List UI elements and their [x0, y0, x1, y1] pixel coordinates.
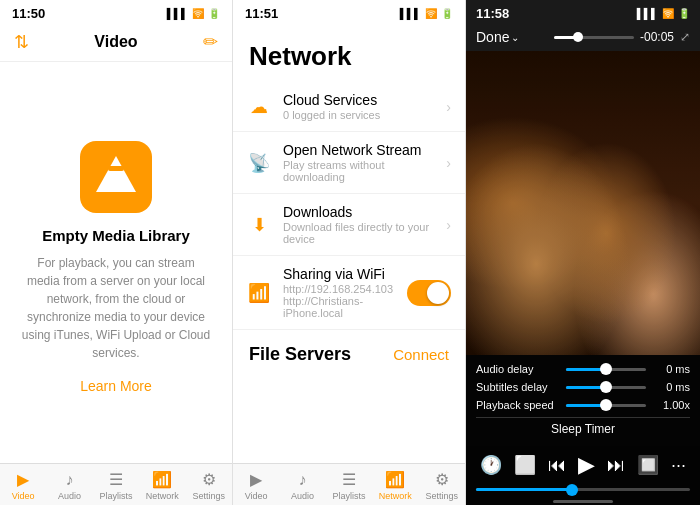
file-servers-row: File Servers Connect [233, 330, 465, 373]
done-button[interactable]: Done ⌄ [476, 29, 519, 45]
status-time-1: 11:50 [12, 6, 45, 21]
subtitles-delay-slider[interactable] [566, 386, 646, 389]
playback-speed-value: 1.00x [654, 399, 690, 411]
tab-video-2[interactable]: ▶ Video [237, 470, 275, 501]
open-network-item[interactable]: 📡 Open Network Stream Play streams witho… [233, 132, 465, 194]
downloads-sublabel: Download files directly to your device [283, 221, 434, 245]
tab-network-label-2: Network [379, 491, 412, 501]
video-tab-icon-2: ▶ [250, 470, 262, 489]
tab-network-1[interactable]: 📶 Network [143, 470, 181, 501]
download-icon: ⬇ [247, 214, 271, 236]
tab-audio-2[interactable]: ♪ Audio [284, 471, 322, 501]
edit-icon[interactable]: ✏ [203, 31, 218, 53]
tab-network-2[interactable]: 📶 Network [376, 470, 414, 501]
cloud-services-sublabel: 0 logged in services [283, 109, 434, 121]
skip-forward-button[interactable]: ⏭ [607, 455, 625, 476]
player-timer: -00:05 [640, 30, 674, 44]
tab-audio-1[interactable]: ♪ Audio [51, 471, 89, 501]
network-tab-icon-2: 📶 [385, 470, 405, 489]
aspect-ratio-icon[interactable]: ⬜ [514, 454, 536, 476]
timer-icon[interactable]: 🕐 [480, 454, 502, 476]
done-label: Done [476, 29, 509, 45]
cloud-icon: ☁ [247, 96, 271, 118]
battery-icon-2: 🔋 [441, 8, 453, 19]
audio-delay-label: Audio delay [476, 363, 558, 375]
progress-bar-area[interactable] [466, 484, 700, 497]
connect-button[interactable]: Connect [393, 346, 449, 363]
tab-settings-label-2: Settings [425, 491, 458, 501]
empty-state: Empty Media Library For playback, you ca… [0, 62, 232, 463]
fullscreen-icon[interactable]: ⤢ [680, 30, 690, 44]
more-options-icon[interactable]: ··· [671, 455, 686, 476]
sort-icon[interactable]: ⇅ [14, 31, 29, 53]
playback-controls: 🕐 ⬜ ⏮ ▶ ⏭ 🔲 ··· [466, 446, 700, 484]
progress-track[interactable] [476, 488, 690, 491]
status-icons-2: ▌▌▌ 🛜 🔋 [400, 8, 453, 19]
playback-speed-row: Playback speed 1.00x [476, 399, 690, 411]
audio-tab-icon-2: ♪ [299, 471, 307, 489]
audio-delay-value: 0 ms [654, 363, 690, 375]
subtitle-icon[interactable]: 🔲 [637, 454, 659, 476]
downloads-label: Downloads [283, 204, 434, 220]
sharing-wifi-sublabel: http://192.168.254.103http://Christians-… [283, 283, 395, 319]
tab-audio-label-2: Audio [291, 491, 314, 501]
playback-speed-label: Playback speed [476, 399, 558, 411]
controls-overlay: Audio delay 0 ms Subtitles delay 0 ms Pl… [466, 355, 700, 446]
skip-back-button[interactable]: ⏮ [548, 455, 566, 476]
tab-playlists-label-1: Playlists [99, 491, 132, 501]
video-panel: 11:50 ▌▌▌ 🛜 🔋 ⇅ Video ✏ Empty Media Libr… [0, 0, 233, 505]
stream-icon: 📡 [247, 152, 271, 174]
learn-more-link[interactable]: Learn More [80, 378, 152, 394]
downloads-item[interactable]: ⬇ Downloads Download files directly to y… [233, 194, 465, 256]
cloud-services-item[interactable]: ☁ Cloud Services 0 logged in services › [233, 82, 465, 132]
playback-speed-thumb [600, 399, 612, 411]
subtitles-delay-label: Subtitles delay [476, 381, 558, 393]
network-section-title: Network [233, 37, 465, 82]
sharing-wifi-text: Sharing via WiFi http://192.168.254.103h… [283, 266, 395, 319]
tab-video-1[interactable]: ▶ Video [4, 470, 42, 501]
tab-video-label-2: Video [245, 491, 268, 501]
chevron-icon-stream: › [446, 155, 451, 171]
playback-speed-slider[interactable] [566, 404, 646, 407]
home-indicator [466, 497, 700, 505]
sleep-timer-label: Sleep Timer [476, 417, 690, 442]
settings-tab-icon: ⚙ [202, 470, 216, 489]
panel1-title: Video [94, 33, 137, 51]
tab-settings-1[interactable]: ⚙ Settings [190, 470, 228, 501]
wifi-icon-3: 🛜 [662, 8, 674, 19]
tab-audio-label-1: Audio [58, 491, 81, 501]
tab-playlists-1[interactable]: ☰ Playlists [97, 470, 135, 501]
battery-icon-3: 🔋 [678, 8, 690, 19]
tab-network-label-1: Network [146, 491, 179, 501]
chevron-icon-cloud: › [446, 99, 451, 115]
audio-tab-icon: ♪ [66, 471, 74, 489]
wifi-icon-2: 🛜 [425, 8, 437, 19]
play-button[interactable]: ▶ [578, 452, 595, 478]
status-bar-3: 11:58 ▌▌▌ 🛜 🔋 [466, 0, 700, 25]
sharing-wifi-label: Sharing via WiFi [283, 266, 395, 282]
network-panel: 11:51 ▌▌▌ 🛜 🔋 Network ☁ Cloud Services 0… [233, 0, 466, 505]
status-bar-2: 11:51 ▌▌▌ 🛜 🔋 [233, 0, 465, 25]
nav-bar-1: ⇅ Video ✏ [0, 25, 232, 62]
chevron-icon-download: › [446, 217, 451, 233]
tab-video-label-1: Video [12, 491, 35, 501]
home-bar [553, 500, 613, 503]
vlc-cone-icon [96, 156, 136, 192]
cloud-services-label: Cloud Services [283, 92, 434, 108]
video-area[interactable] [466, 51, 700, 355]
subtitles-delay-value: 0 ms [654, 381, 690, 393]
scrub-bar[interactable] [554, 36, 634, 39]
tab-settings-2[interactable]: ⚙ Settings [423, 470, 461, 501]
audio-delay-slider[interactable] [566, 368, 646, 371]
audio-delay-thumb [600, 363, 612, 375]
tab-playlists-2[interactable]: ☰ Playlists [330, 470, 368, 501]
wifi-sharing-icon: 📶 [247, 282, 271, 304]
sharing-wifi-toggle[interactable] [407, 280, 451, 306]
progress-thumb [566, 484, 578, 496]
status-time-2: 11:51 [245, 6, 278, 21]
status-icons-1: ▌▌▌ 🛜 🔋 [167, 8, 220, 19]
chevron-down-icon: ⌄ [511, 32, 519, 43]
sharing-wifi-item[interactable]: 📶 Sharing via WiFi http://192.168.254.10… [233, 256, 465, 330]
empty-title: Empty Media Library [42, 227, 190, 244]
tab-playlists-label-2: Playlists [332, 491, 365, 501]
